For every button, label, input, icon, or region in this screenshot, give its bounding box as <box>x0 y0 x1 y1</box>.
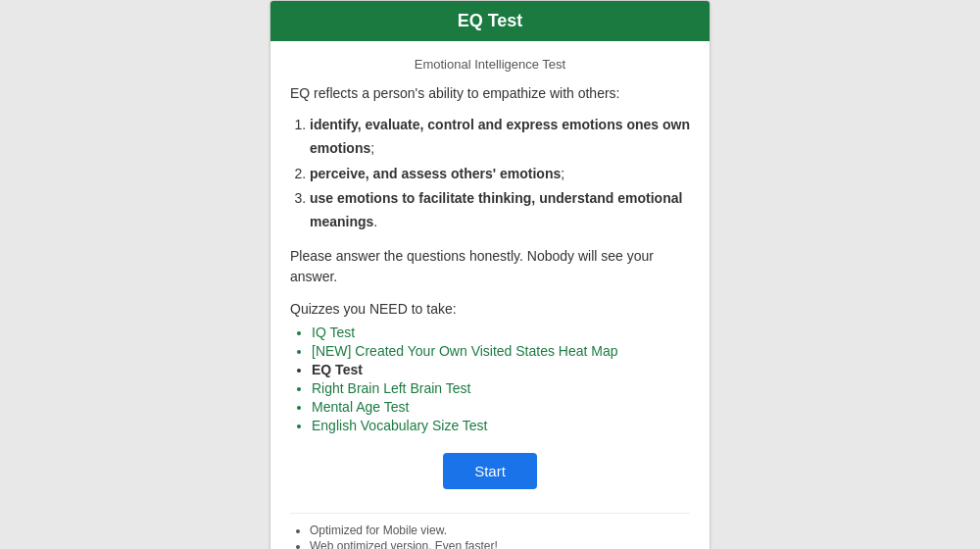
list-item[interactable]: English Vocabulary Size Test <box>312 418 690 433</box>
list-item: perceive, and assess others' emotions; <box>310 163 690 186</box>
start-button[interactable]: Start <box>443 453 537 489</box>
mental-age-link[interactable]: Mental Age Test <box>312 399 409 415</box>
footer-list: Optimized for Mobile view. Web optimized… <box>310 524 690 549</box>
eq-test-label: EQ Test <box>312 362 363 377</box>
list-item-bold-1: identify, evaluate, control and express … <box>310 117 690 156</box>
main-card: EQ Test Emotional Intelligence Test EQ r… <box>270 0 710 549</box>
quiz-list: IQ Test [NEW] Created Your Own Visited S… <box>312 324 690 433</box>
list-item[interactable]: IQ Test <box>312 324 690 340</box>
list-item[interactable]: Right Brain Left Brain Test <box>312 380 690 396</box>
card-header: EQ Test <box>270 1 710 41</box>
quizzes-label: Quizzes you NEED to take: <box>290 301 690 317</box>
numbered-list: identify, evaluate, control and express … <box>310 114 690 234</box>
card-body: Emotional Intelligence Test EQ reflects … <box>270 41 710 549</box>
footer-note-2: Web optimized version. Even faster! <box>310 539 690 549</box>
subtitle: Emotional Intelligence Test <box>290 57 690 72</box>
list-item: identify, evaluate, control and express … <box>310 114 690 161</box>
honest-text: Please answer the questions honestly. No… <box>290 246 690 287</box>
footer-note-1: Optimized for Mobile view. <box>310 524 690 537</box>
description-text: EQ reflects a person's ability to empath… <box>290 83 690 104</box>
list-item-bold-3: use emotions to facilitate thinking, und… <box>310 190 682 229</box>
heat-map-link[interactable]: [NEW] Created Your Own Visited States He… <box>312 343 618 359</box>
footer-notes: Optimized for Mobile view. Web optimized… <box>290 513 690 549</box>
list-item[interactable]: Mental Age Test <box>312 399 690 415</box>
list-item-current: EQ Test <box>312 362 690 377</box>
list-item[interactable]: [NEW] Created Your Own Visited States He… <box>312 343 690 359</box>
list-item-bold-2: perceive, and assess others' emotions <box>310 166 561 181</box>
page-title: EQ Test <box>286 11 694 31</box>
vocab-link[interactable]: English Vocabulary Size Test <box>312 418 488 433</box>
right-brain-link[interactable]: Right Brain Left Brain Test <box>312 380 470 396</box>
list-item: use emotions to facilitate thinking, und… <box>310 187 690 234</box>
iq-test-link[interactable]: IQ Test <box>312 324 355 340</box>
start-button-container: Start <box>290 453 690 489</box>
